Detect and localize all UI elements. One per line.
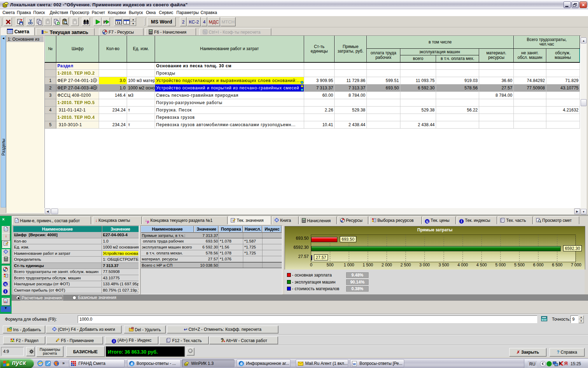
- svg-text:T3: T3: [117, 21, 120, 25]
- svg-text:½: ½: [204, 30, 206, 34]
- svg-text:P: P: [103, 19, 106, 25]
